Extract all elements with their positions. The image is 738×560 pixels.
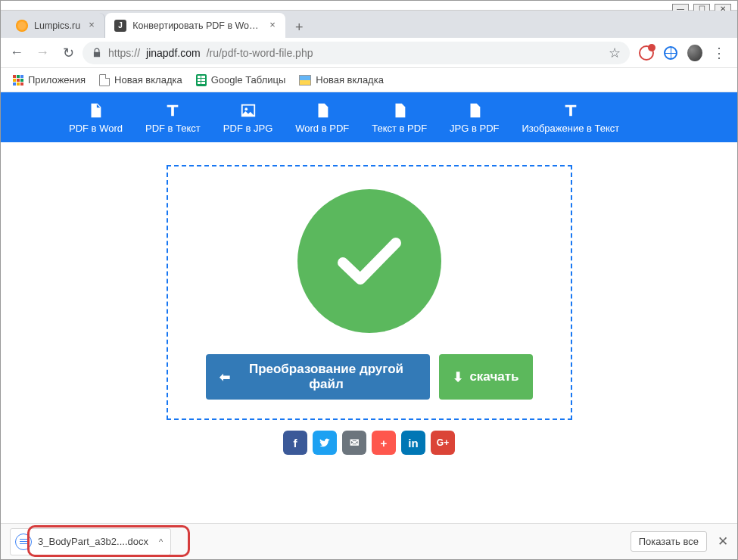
tab-close-icon[interactable]: × <box>86 20 97 31</box>
url-scheme: https:// <box>108 47 140 59</box>
doc-icon <box>391 101 409 120</box>
bookmark-item[interactable]: Новая вкладка <box>299 74 384 86</box>
favicon-icon <box>16 20 28 32</box>
forward-button[interactable]: → <box>31 42 54 64</box>
back-button[interactable]: ← <box>5 42 28 64</box>
arrow-left-icon: ⬅ <box>220 369 230 385</box>
sheets-icon <box>196 74 207 86</box>
apps-icon <box>13 75 23 86</box>
bookmarks-bar: Приложения Новая вкладка Google Таблицы … <box>1 68 737 92</box>
page-icon <box>99 74 110 86</box>
share-linkedin[interactable]: in <box>401 431 425 455</box>
show-all-downloads-button[interactable]: Показать все <box>631 531 707 552</box>
text-icon <box>562 101 580 120</box>
result-box: ⬅ Преобразование другой файл ⬇ скачать <box>167 165 572 420</box>
tab-title: Lumpics.ru <box>34 20 80 31</box>
picture-icon <box>299 75 311 86</box>
opera-ext-icon[interactable] <box>639 45 654 61</box>
download-item[interactable]: 3_BodyPart_a3b2....docx ^ <box>10 528 171 555</box>
download-button[interactable]: ⬇ скачать <box>439 354 532 400</box>
conversion-toolbar: PDF в Word PDF в Текст PDF в JPG Word в … <box>1 92 737 142</box>
button-label: скачать <box>469 369 518 384</box>
lock-icon <box>92 48 102 58</box>
download-filename: 3_BodyPart_a3b2....docx <box>38 536 148 547</box>
convert-another-button[interactable]: ⬅ Преобразование другой файл <box>206 354 431 400</box>
translate-ext-icon[interactable] <box>663 45 678 61</box>
action-buttons: ⬅ Преобразование другой файл ⬇ скачать <box>206 354 533 400</box>
bookmark-label: Новая вкладка <box>114 74 182 86</box>
tool-text-to-pdf[interactable]: Текст в PDF <box>372 101 427 134</box>
url-host: jinapdf.com <box>146 47 201 59</box>
tab-jinapdf[interactable]: J Конвертировать PDF в Word - F × <box>105 13 285 38</box>
text-icon <box>163 101 182 120</box>
tab-close-icon[interactable]: × <box>267 20 278 31</box>
success-check-icon <box>297 189 441 333</box>
doc-icon <box>466 101 484 120</box>
tool-label: PDF в Word <box>69 123 123 134</box>
share-twitter[interactable] <box>313 431 337 455</box>
tab-title: Конвертировать PDF в Word - F <box>132 20 261 31</box>
doc-icon <box>313 101 332 120</box>
bookmark-label: Google Таблицы <box>211 74 286 86</box>
bookmark-item[interactable]: Google Таблицы <box>196 74 286 86</box>
tool-label: Word в PDF <box>295 123 349 134</box>
downloads-bar: 3_BodyPart_a3b2....docx ^ Показать все ✕ <box>1 523 737 559</box>
download-icon: ⬇ <box>453 369 463 385</box>
tool-pdf-to-word[interactable]: PDF в Word <box>69 101 123 134</box>
profile-avatar[interactable] <box>687 45 702 61</box>
doc-icon <box>86 101 104 120</box>
reload-button[interactable]: ↻ <box>57 42 79 64</box>
tool-image-to-text[interactable]: Изображение в Текст <box>522 101 620 134</box>
share-addthis[interactable]: + <box>372 431 396 455</box>
share-googleplus[interactable]: G+ <box>431 431 455 455</box>
file-icon <box>15 534 32 550</box>
tool-word-to-pdf[interactable]: Word в PDF <box>295 101 349 134</box>
tool-pdf-to-jpg[interactable]: PDF в JPG <box>223 101 272 134</box>
tab-lumpics[interactable]: Lumpics.ru × <box>7 13 105 38</box>
bookmark-item[interactable]: Новая вкладка <box>99 74 182 86</box>
browser-menu-button[interactable]: ⋮ <box>712 45 727 61</box>
tab-strip: Lumpics.ru × J Конвертировать PDF в Word… <box>1 11 737 38</box>
tool-label: Изображение в Текст <box>522 123 620 134</box>
social-share-row: f ✉ + in G+ <box>283 431 455 455</box>
tool-pdf-to-text[interactable]: PDF в Текст <box>145 101 201 134</box>
tool-label: JPG в PDF <box>450 123 499 134</box>
tool-label: PDF в JPG <box>223 123 272 134</box>
url-path: /ru/pdf-to-word-file.php <box>207 47 313 59</box>
omnibox[interactable]: https://jinapdf.com/ru/pdf-to-word-file.… <box>83 42 630 64</box>
chevron-up-icon[interactable]: ^ <box>159 537 163 546</box>
apps-label: Приложения <box>28 74 86 86</box>
new-tab-button[interactable]: + <box>288 17 310 38</box>
favicon-icon: J <box>114 20 126 32</box>
tool-label: PDF в Текст <box>145 123 201 134</box>
window-titlebar <box>1 1 737 11</box>
svg-point-1 <box>244 107 248 110</box>
close-downloads-bar-icon[interactable]: ✕ <box>718 534 728 549</box>
bookmark-star-icon[interactable]: ☆ <box>609 45 621 61</box>
button-label: Преобразование другой файл <box>236 362 417 392</box>
main-content: ⬅ Преобразование другой файл ⬇ скачать f… <box>1 142 737 462</box>
bookmark-label: Новая вкладка <box>316 74 384 86</box>
extensions: ⋮ <box>633 45 733 61</box>
share-email[interactable]: ✉ <box>342 431 366 455</box>
apps-button[interactable]: Приложения <box>13 74 86 86</box>
share-facebook[interactable]: f <box>283 431 307 455</box>
address-bar: ← → ↻ https://jinapdf.com/ru/pdf-to-word… <box>1 38 737 68</box>
image-icon <box>239 101 257 120</box>
tool-jpg-to-pdf[interactable]: JPG в PDF <box>450 101 499 134</box>
tool-label: Текст в PDF <box>372 123 427 134</box>
